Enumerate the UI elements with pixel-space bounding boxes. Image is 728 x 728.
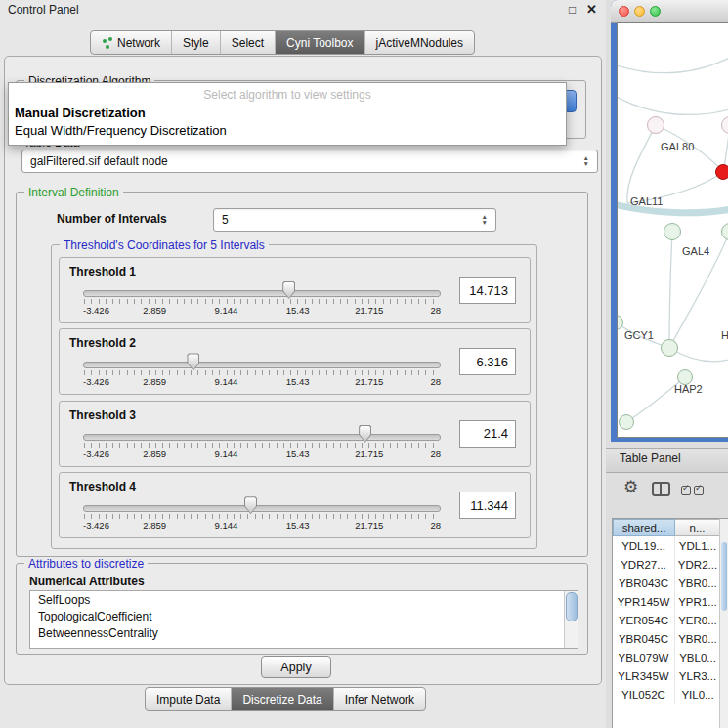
slider-track[interactable] [83,290,441,297]
slider-track[interactable] [83,505,441,512]
tab-label: Style [183,36,209,50]
table-cell[interactable]: YPR145W [613,592,675,611]
close-button[interactable] [619,6,629,17]
column-header[interactable]: n... [675,519,720,536]
attributes-group-label: Attributes to discretize [24,557,148,571]
tab-impute-data[interactable]: Impute Data [146,688,231,710]
network-node[interactable] [715,164,728,180]
scale-label: -3.426 [83,449,109,459]
tab-select[interactable]: Select [220,31,275,54]
tab-cyni-toolbox[interactable]: Cyni Toolbox [275,31,364,54]
network-node[interactable] [664,223,681,240]
table-cell[interactable]: YBR0... [675,574,720,592]
table-row[interactable]: YDL19...YDL1... [613,536,720,555]
zoom-button[interactable] [650,6,661,17]
thresholds-group: Threshold's Coordinates for 5 Intervals … [51,244,537,549]
table-cell[interactable]: YLR3... [675,666,720,685]
apply-button[interactable]: Apply [261,656,331,678]
network-node[interactable] [619,414,634,430]
minimize-button[interactable] [634,6,645,17]
popup-option[interactable]: Manual Discretization [9,105,566,122]
threshold-panel: Threshold 4-3.4262.8599.14415.4321.71528… [59,472,531,538]
table-cell[interactable]: YPR1... [675,592,720,611]
table-scrollbar[interactable] [719,519,728,728]
list-item[interactable]: BetweennessCentrality [30,624,578,641]
threshold-value-field[interactable]: 6.316 [459,348,516,375]
float-window-icon[interactable]: □ [569,3,576,17]
table-data-combo[interactable]: galFiltered.sif default node [21,150,598,173]
slider-track[interactable] [83,434,441,441]
table-cell[interactable]: YBL079W [613,648,675,666]
table-cell[interactable]: YLR345W [613,666,675,685]
table-row[interactable]: YLR345WYLR3... [613,666,720,685]
threshold-panel: Threshold 1-3.4262.8599.14415.4321.71528… [59,257,531,323]
network-node-label: H [721,329,728,341]
slider-track[interactable] [83,362,441,368]
tab-discretize-data[interactable]: Discretize Data [231,688,332,710]
table-cell[interactable]: YDL1... [675,536,720,555]
column-header[interactable]: shared... [613,519,675,536]
table-row[interactable]: YBR045CYBR0... [613,629,720,648]
table-row[interactable]: YER054CYER0... [613,611,720,629]
close-icon[interactable]: ✕ [586,2,597,17]
table-cell[interactable]: YIL052C [613,685,675,704]
node-table: shared...n... YDL19...YDL1...YDR27...YDR… [612,518,728,728]
checkbox-icon[interactable] [694,486,704,495]
list-item[interactable]: SelfLoops [30,591,578,608]
tab-style[interactable]: Style [171,31,220,54]
popup-option[interactable]: Equal Width/Frequency Discretization [9,122,566,140]
list-scrollbar[interactable] [564,591,578,648]
threshold-slider[interactable]: -3.4262.8599.14415.4321.71528 [83,502,441,534]
table-cell[interactable]: YBR0... [675,629,720,648]
threshold-slider[interactable]: -3.4262.8599.14415.4321.71528 [83,287,441,319]
table-cell[interactable]: YDL19... [613,536,675,555]
scale-label: 2.859 [143,520,166,531]
tab-label: Cyni Toolbox [286,36,353,50]
checkbox-icon[interactable] [681,486,691,495]
network-node-label: GAL4 [682,245,709,257]
table-row[interactable]: YDR27...YDR2... [613,555,720,574]
network-node[interactable] [647,116,664,134]
threshold-slider[interactable]: -3.4262.8599.14415.4321.71528 [83,431,441,462]
network-node[interactable] [661,339,678,357]
network-node-label: HAP2 [674,383,703,395]
table-cell[interactable]: YIL0... [675,685,720,704]
scale-label: 2.859 [143,376,166,387]
table-cell[interactable]: YER0... [675,611,720,629]
scrollbar-thumb[interactable] [721,542,727,611]
network-icon [102,37,113,49]
popup-placeholder: Select algorithm to view settings [9,88,566,102]
list-item[interactable]: TopologicalCoefficient [30,608,578,624]
interval-definition-label: Interval Definition [24,186,123,199]
tab-jactivemnodules[interactable]: jActiveMNodules [364,31,474,54]
scale-label: 28 [430,520,441,531]
scrollbar-thumb[interactable] [566,592,578,621]
table-cell[interactable]: YBR045C [613,629,675,648]
threshold-slider[interactable]: -3.4262.8599.14415.4321.71528 [83,359,441,390]
threshold-value-field[interactable]: 11.344 [459,492,516,519]
threshold-value-field[interactable]: 14.713 [459,277,516,304]
number-of-intervals-combo[interactable]: 5 [213,208,496,232]
number-of-intervals-label: Number of Intervals [57,212,167,226]
table-row[interactable]: YBR043CYBR0... [613,574,720,592]
tab-label: jActiveMNodules [376,36,463,50]
table-row[interactable]: YBL079WYBL0... [613,648,720,666]
table-cell[interactable]: YBL0... [675,648,720,666]
numerical-attributes-label: Numerical Attributes [29,575,145,588]
threshold-value-field[interactable]: 21.4 [459,420,516,448]
table-cell[interactable]: YBR043C [613,574,675,592]
gear-icon[interactable] [623,477,638,497]
table-cell[interactable]: YDR27... [613,555,675,574]
slider-scale: -3.4262.8599.14415.4321.71528 [83,305,441,317]
table-row[interactable]: YIL052CYIL0... [613,685,720,704]
combo-arrows-icon [583,155,589,167]
table-row[interactable]: YPR145WYPR1... [613,592,720,611]
column-selector-icon[interactable] [652,482,670,496]
tab-network[interactable]: Network [91,31,171,54]
table-cell[interactable]: YER054C [613,611,675,629]
network-node-label: GAL11 [630,195,663,207]
table-cell[interactable]: YDR2... [675,555,720,574]
tab-infer-network[interactable]: Infer Network [333,688,425,710]
threshold-label: Threshold 4 [69,480,136,493]
network-canvas[interactable]: GAL80GAL11GAL4GCY1HHAP2 [617,22,728,438]
